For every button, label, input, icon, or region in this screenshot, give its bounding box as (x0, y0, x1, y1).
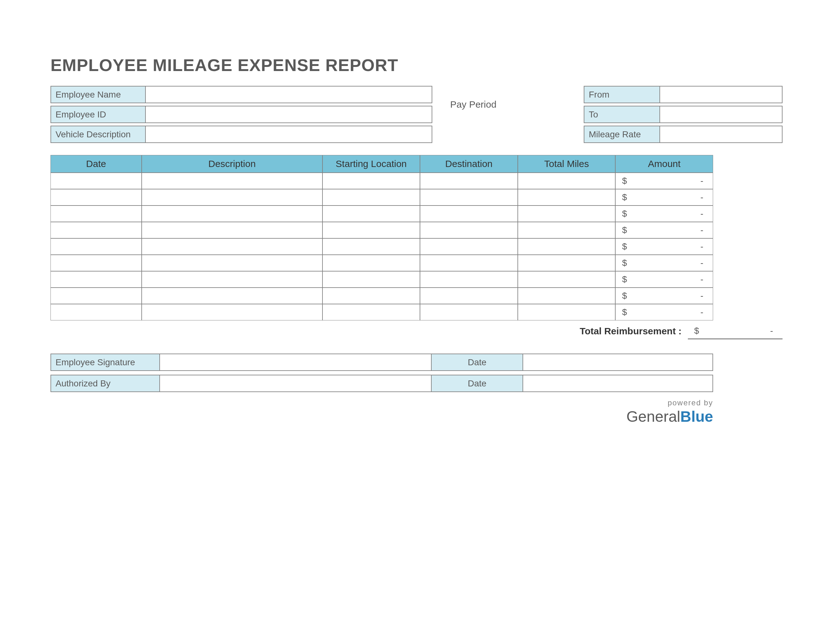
cell-total-miles[interactable] (518, 222, 616, 238)
cell-amount[interactable]: $- (615, 238, 713, 255)
cell-destination[interactable] (420, 222, 518, 238)
employee-name-field[interactable]: Employee Name (50, 86, 432, 103)
from-field[interactable]: From (584, 86, 783, 103)
cell-starting-location[interactable] (322, 189, 420, 206)
cell-destination[interactable] (420, 304, 518, 320)
cell-destination[interactable] (420, 271, 518, 288)
cell-description[interactable] (142, 255, 322, 271)
table-row[interactable]: $- (50, 304, 713, 320)
cell-destination[interactable] (420, 206, 518, 222)
mileage-rate-field[interactable]: Mileage Rate (584, 126, 783, 143)
cell-description[interactable] (142, 222, 322, 238)
cell-starting-location[interactable] (322, 271, 420, 288)
cell-date[interactable] (50, 255, 142, 271)
cell-total-miles[interactable] (518, 271, 616, 288)
cell-date[interactable] (50, 222, 142, 238)
cell-starting-location[interactable] (322, 173, 420, 189)
cell-date[interactable] (50, 173, 142, 189)
to-field[interactable]: To (584, 106, 783, 123)
employee-id-field[interactable]: Employee ID (50, 106, 432, 123)
to-value[interactable] (660, 106, 782, 122)
table-row[interactable]: $- (50, 189, 713, 206)
cell-destination[interactable] (420, 255, 518, 271)
cell-total-miles[interactable] (518, 255, 616, 271)
from-value[interactable] (660, 87, 782, 103)
amount-value: - (701, 209, 703, 219)
vehicle-description-label: Vehicle Description (51, 126, 146, 142)
table-row[interactable]: $- (50, 271, 713, 288)
cell-total-miles[interactable] (518, 238, 616, 255)
cell-amount[interactable]: $- (615, 173, 713, 189)
amount-value: - (701, 258, 703, 268)
cell-description[interactable] (142, 304, 322, 320)
vehicle-description-value[interactable] (146, 126, 432, 142)
col-total-miles-header: Total Miles (518, 155, 616, 173)
header-fields: Employee Name Employee ID Vehicle Descri… (50, 86, 783, 145)
cell-destination[interactable] (420, 238, 518, 255)
amount-currency: $ (622, 242, 627, 251)
cell-destination[interactable] (420, 288, 518, 304)
authorized-by-value[interactable] (160, 375, 432, 391)
cell-amount[interactable]: $- (615, 271, 713, 288)
amount-currency: $ (622, 225, 627, 235)
cell-amount[interactable]: $- (615, 222, 713, 238)
cell-amount[interactable]: $- (615, 206, 713, 222)
cell-description[interactable] (142, 271, 322, 288)
cell-starting-location[interactable] (322, 288, 420, 304)
cell-date[interactable] (50, 189, 142, 206)
cell-description[interactable] (142, 238, 322, 255)
vehicle-description-field[interactable]: Vehicle Description (50, 126, 432, 143)
cell-description[interactable] (142, 288, 322, 304)
cell-destination[interactable] (420, 189, 518, 206)
cell-total-miles[interactable] (518, 288, 616, 304)
employee-id-label: Employee ID (51, 106, 146, 122)
cell-total-miles[interactable] (518, 189, 616, 206)
cell-starting-location[interactable] (322, 206, 420, 222)
cell-amount[interactable]: $- (615, 288, 713, 304)
amount-currency: $ (622, 307, 627, 317)
cell-amount[interactable]: $- (615, 189, 713, 206)
cell-date[interactable] (50, 238, 142, 255)
cell-description[interactable] (142, 173, 322, 189)
mileage-rate-value[interactable] (660, 126, 782, 142)
cell-total-miles[interactable] (518, 206, 616, 222)
employee-signature-value[interactable] (160, 354, 432, 370)
cell-amount[interactable]: $- (615, 255, 713, 271)
amount-value: - (701, 307, 703, 317)
table-row[interactable]: $- (50, 222, 713, 238)
col-amount-header: Amount (615, 155, 713, 173)
authorized-by-row[interactable]: Authorized By Date (50, 375, 713, 392)
authorized-by-date-label: Date (432, 375, 523, 391)
cell-destination[interactable] (420, 173, 518, 189)
employee-signature-date-value[interactable] (523, 354, 712, 370)
cell-date[interactable] (50, 288, 142, 304)
employee-id-value[interactable] (146, 106, 432, 122)
table-row[interactable]: $- (50, 288, 713, 304)
authorized-by-date-value[interactable] (523, 375, 712, 391)
table-row[interactable]: $- (50, 238, 713, 255)
amount-currency: $ (622, 291, 627, 301)
cell-starting-location[interactable] (322, 304, 420, 320)
cell-total-miles[interactable] (518, 173, 616, 189)
cell-starting-location[interactable] (322, 255, 420, 271)
cell-date[interactable] (50, 271, 142, 288)
table-row[interactable]: $- (50, 255, 713, 271)
employee-signature-row[interactable]: Employee Signature Date (50, 354, 713, 371)
total-reimbursement-value: $ - (688, 323, 783, 340)
cell-total-miles[interactable] (518, 304, 616, 320)
cell-description[interactable] (142, 189, 322, 206)
col-starting-location-header: Starting Location (322, 155, 420, 173)
cell-date[interactable] (50, 304, 142, 320)
amount-value: - (701, 291, 703, 301)
col-destination-header: Destination (420, 155, 518, 173)
cell-date[interactable] (50, 206, 142, 222)
pay-period-label: Pay Period (432, 86, 514, 110)
cell-starting-location[interactable] (322, 222, 420, 238)
table-row[interactable]: $- (50, 206, 713, 222)
employee-name-value[interactable] (146, 87, 432, 103)
cell-starting-location[interactable] (322, 238, 420, 255)
employee-name-label: Employee Name (51, 87, 146, 103)
cell-amount[interactable]: $- (615, 304, 713, 320)
cell-description[interactable] (142, 206, 322, 222)
table-row[interactable]: $- (50, 173, 713, 189)
